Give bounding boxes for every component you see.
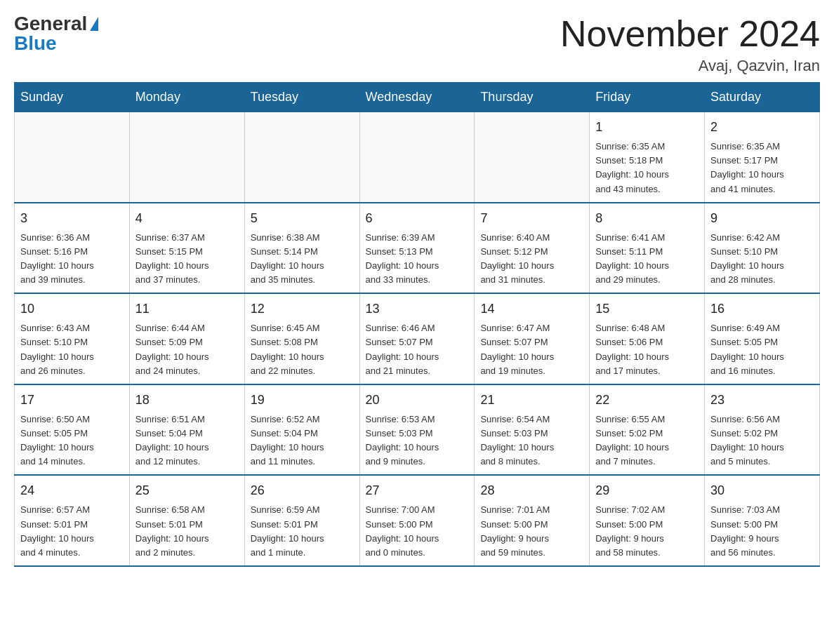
calendar-cell: 16Sunrise: 6:49 AMSunset: 5:05 PMDayligh… bbox=[705, 293, 820, 384]
day-info: Sunrise: 6:36 AMSunset: 5:16 PMDaylight:… bbox=[20, 231, 124, 288]
day-number: 25 bbox=[135, 481, 239, 500]
day-info: Sunrise: 6:53 AMSunset: 5:03 PMDaylight:… bbox=[366, 412, 469, 469]
calendar-row: 24Sunrise: 6:57 AMSunset: 5:01 PMDayligh… bbox=[15, 475, 820, 566]
day-number: 13 bbox=[366, 300, 469, 318]
calendar-cell: 13Sunrise: 6:46 AMSunset: 5:07 PMDayligh… bbox=[359, 293, 475, 384]
calendar-cell: 23Sunrise: 6:56 AMSunset: 5:02 PMDayligh… bbox=[705, 384, 820, 476]
calendar-cell: 29Sunrise: 7:02 AMSunset: 5:00 PMDayligh… bbox=[590, 475, 705, 566]
day-number: 10 bbox=[20, 300, 124, 318]
day-info: Sunrise: 6:47 AMSunset: 5:07 PMDaylight:… bbox=[480, 321, 583, 378]
calendar-row: 3Sunrise: 6:36 AMSunset: 5:16 PMDaylight… bbox=[15, 203, 820, 294]
weekday-header-friday: Friday bbox=[590, 83, 705, 112]
calendar-cell: 1Sunrise: 6:35 AMSunset: 5:18 PMDaylight… bbox=[590, 112, 705, 203]
day-info: Sunrise: 6:38 AMSunset: 5:14 PMDaylight:… bbox=[251, 231, 354, 288]
day-number: 28 bbox=[480, 481, 583, 500]
page-header: General Blue November 2024 Avaj, Qazvin,… bbox=[14, 14, 820, 75]
day-number: 15 bbox=[595, 300, 699, 318]
day-info: Sunrise: 6:49 AMSunset: 5:05 PMDaylight:… bbox=[710, 321, 814, 378]
calendar-cell: 25Sunrise: 6:58 AMSunset: 5:01 PMDayligh… bbox=[129, 475, 244, 566]
day-number: 3 bbox=[20, 209, 124, 228]
calendar-cell: 18Sunrise: 6:51 AMSunset: 5:04 PMDayligh… bbox=[129, 384, 244, 476]
calendar-cell: 28Sunrise: 7:01 AMSunset: 5:00 PMDayligh… bbox=[475, 475, 590, 566]
calendar-cell: 7Sunrise: 6:40 AMSunset: 5:12 PMDaylight… bbox=[475, 203, 590, 294]
calendar-cell: 21Sunrise: 6:54 AMSunset: 5:03 PMDayligh… bbox=[475, 384, 590, 476]
calendar-cell: 8Sunrise: 6:41 AMSunset: 5:11 PMDaylight… bbox=[590, 203, 705, 294]
logo-general-text: General bbox=[14, 14, 87, 34]
day-number: 18 bbox=[135, 391, 239, 410]
day-info: Sunrise: 6:39 AMSunset: 5:13 PMDaylight:… bbox=[366, 231, 469, 288]
day-number: 26 bbox=[251, 481, 354, 500]
calendar-cell: 9Sunrise: 6:42 AMSunset: 5:10 PMDaylight… bbox=[705, 203, 820, 294]
day-number: 23 bbox=[710, 391, 814, 410]
calendar-cell: 17Sunrise: 6:50 AMSunset: 5:05 PMDayligh… bbox=[15, 384, 130, 476]
calendar-cell: 12Sunrise: 6:45 AMSunset: 5:08 PMDayligh… bbox=[244, 293, 359, 384]
logo: General Blue bbox=[14, 14, 98, 53]
day-info: Sunrise: 6:48 AMSunset: 5:06 PMDaylight:… bbox=[595, 321, 699, 378]
day-info: Sunrise: 6:54 AMSunset: 5:03 PMDaylight:… bbox=[480, 412, 583, 469]
day-number: 6 bbox=[366, 209, 469, 228]
day-info: Sunrise: 6:40 AMSunset: 5:12 PMDaylight:… bbox=[480, 231, 583, 288]
calendar-cell: 3Sunrise: 6:36 AMSunset: 5:16 PMDaylight… bbox=[15, 203, 130, 294]
day-number: 16 bbox=[710, 300, 814, 318]
day-number: 19 bbox=[251, 391, 354, 410]
day-number: 14 bbox=[480, 300, 583, 318]
calendar-table: SundayMondayTuesdayWednesdayThursdayFrid… bbox=[14, 82, 820, 567]
location-subtitle: Avaj, Qazvin, Iran bbox=[560, 57, 820, 75]
calendar-cell: 4Sunrise: 6:37 AMSunset: 5:15 PMDaylight… bbox=[129, 203, 244, 294]
day-info: Sunrise: 6:58 AMSunset: 5:01 PMDaylight:… bbox=[135, 503, 239, 560]
calendar-cell: 22Sunrise: 6:55 AMSunset: 5:02 PMDayligh… bbox=[590, 384, 705, 476]
calendar-cell: 6Sunrise: 6:39 AMSunset: 5:13 PMDaylight… bbox=[359, 203, 475, 294]
day-number: 2 bbox=[710, 118, 814, 137]
day-info: Sunrise: 6:50 AMSunset: 5:05 PMDaylight:… bbox=[20, 412, 124, 469]
day-info: Sunrise: 6:44 AMSunset: 5:09 PMDaylight:… bbox=[135, 321, 239, 378]
day-info: Sunrise: 6:42 AMSunset: 5:10 PMDaylight:… bbox=[710, 231, 814, 288]
day-info: Sunrise: 6:55 AMSunset: 5:02 PMDaylight:… bbox=[595, 412, 699, 469]
day-info: Sunrise: 6:51 AMSunset: 5:04 PMDaylight:… bbox=[135, 412, 239, 469]
month-title: November 2024 bbox=[560, 14, 820, 54]
calendar-cell: 26Sunrise: 6:59 AMSunset: 5:01 PMDayligh… bbox=[244, 475, 359, 566]
day-number: 5 bbox=[251, 209, 354, 228]
weekday-header-wednesday: Wednesday bbox=[359, 83, 475, 112]
day-info: Sunrise: 6:56 AMSunset: 5:02 PMDaylight:… bbox=[710, 412, 814, 469]
weekday-header-monday: Monday bbox=[129, 83, 244, 112]
calendar-cell: 15Sunrise: 6:48 AMSunset: 5:06 PMDayligh… bbox=[590, 293, 705, 384]
weekday-header-row: SundayMondayTuesdayWednesdayThursdayFrid… bbox=[15, 83, 820, 112]
day-info: Sunrise: 7:02 AMSunset: 5:00 PMDaylight:… bbox=[595, 503, 699, 560]
day-number: 22 bbox=[595, 391, 699, 410]
calendar-cell: 19Sunrise: 6:52 AMSunset: 5:04 PMDayligh… bbox=[244, 384, 359, 476]
day-info: Sunrise: 7:01 AMSunset: 5:00 PMDaylight:… bbox=[480, 503, 583, 560]
calendar-row: 17Sunrise: 6:50 AMSunset: 5:05 PMDayligh… bbox=[15, 384, 820, 476]
day-number: 17 bbox=[20, 391, 124, 410]
title-section: November 2024 Avaj, Qazvin, Iran bbox=[560, 14, 820, 75]
day-info: Sunrise: 7:03 AMSunset: 5:00 PMDaylight:… bbox=[710, 503, 814, 560]
day-number: 29 bbox=[595, 481, 699, 500]
day-number: 21 bbox=[480, 391, 583, 410]
calendar-row: 10Sunrise: 6:43 AMSunset: 5:10 PMDayligh… bbox=[15, 293, 820, 384]
calendar-header: SundayMondayTuesdayWednesdayThursdayFrid… bbox=[15, 83, 820, 112]
day-info: Sunrise: 6:52 AMSunset: 5:04 PMDaylight:… bbox=[251, 412, 354, 469]
calendar-cell bbox=[244, 112, 359, 203]
day-info: Sunrise: 6:43 AMSunset: 5:10 PMDaylight:… bbox=[20, 321, 124, 378]
calendar-cell: 10Sunrise: 6:43 AMSunset: 5:10 PMDayligh… bbox=[15, 293, 130, 384]
day-info: Sunrise: 6:45 AMSunset: 5:08 PMDaylight:… bbox=[251, 321, 354, 378]
day-number: 7 bbox=[480, 209, 583, 228]
day-number: 11 bbox=[135, 300, 239, 318]
day-number: 24 bbox=[20, 481, 124, 500]
weekday-header-sunday: Sunday bbox=[15, 83, 130, 112]
day-info: Sunrise: 7:00 AMSunset: 5:00 PMDaylight:… bbox=[366, 503, 469, 560]
calendar-cell: 11Sunrise: 6:44 AMSunset: 5:09 PMDayligh… bbox=[129, 293, 244, 384]
day-info: Sunrise: 6:41 AMSunset: 5:11 PMDaylight:… bbox=[595, 231, 699, 288]
day-number: 12 bbox=[251, 300, 354, 318]
day-info: Sunrise: 6:35 AMSunset: 5:18 PMDaylight:… bbox=[595, 140, 699, 196]
calendar-row: 1Sunrise: 6:35 AMSunset: 5:18 PMDaylight… bbox=[15, 112, 820, 203]
logo-triangle-icon bbox=[90, 17, 98, 31]
calendar-cell: 2Sunrise: 6:35 AMSunset: 5:17 PMDaylight… bbox=[705, 112, 820, 203]
calendar-cell bbox=[129, 112, 244, 203]
weekday-header-saturday: Saturday bbox=[705, 83, 820, 112]
day-number: 8 bbox=[595, 209, 699, 228]
logo-blue-text: Blue bbox=[14, 34, 57, 53]
day-number: 1 bbox=[595, 118, 699, 137]
calendar-cell: 14Sunrise: 6:47 AMSunset: 5:07 PMDayligh… bbox=[475, 293, 590, 384]
weekday-header-thursday: Thursday bbox=[475, 83, 590, 112]
calendar-body: 1Sunrise: 6:35 AMSunset: 5:18 PMDaylight… bbox=[15, 112, 820, 566]
